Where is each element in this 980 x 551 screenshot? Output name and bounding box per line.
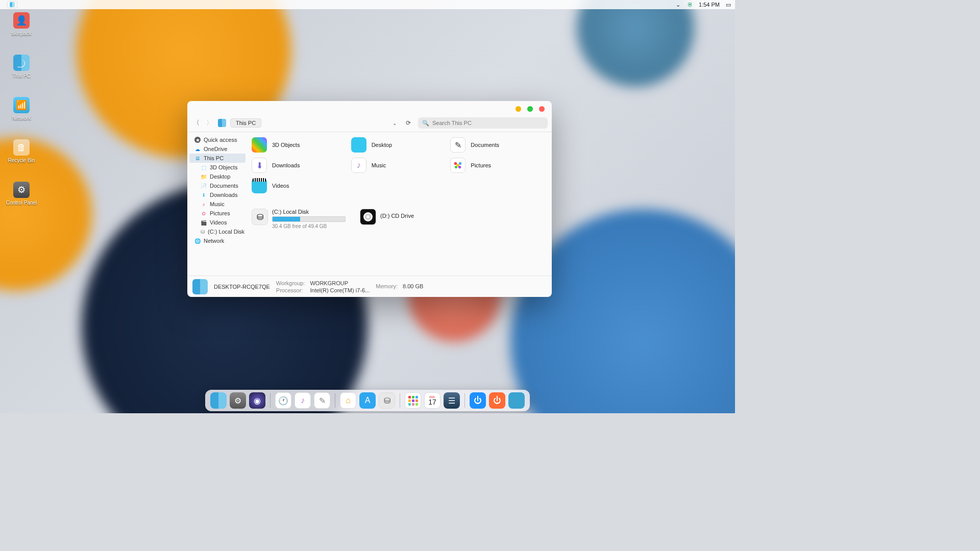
dock-bootcamp[interactable]: ⛁	[379, 392, 395, 409]
svg-point-2	[459, 162, 461, 165]
sidebar-item-3d-objects[interactable]: ⬚3D Objects	[189, 163, 246, 172]
toolbar: 〈 〉 This PC ⌄ ⟳ 🔍	[187, 116, 552, 132]
desktop-folder-icon	[351, 137, 366, 153]
history-dropdown-button[interactable]: ⌄	[390, 120, 399, 126]
finder-icon	[218, 119, 226, 127]
documents-icon: ✎	[450, 137, 465, 153]
video-icon: 🎬	[201, 219, 207, 226]
folder-3d-objects[interactable]: 3D Objects	[252, 137, 349, 153]
tray-shield-icon[interactable]: ⛨	[687, 1, 694, 8]
search-input[interactable]	[432, 120, 544, 126]
cd-drive-icon	[360, 209, 376, 225]
sidebar: ★Quick access ☁OneDrive 🖥This PC ⬚3D Obj…	[187, 132, 248, 276]
sidebar-item-desktop[interactable]: 📁Desktop	[189, 172, 246, 181]
dock-launchpad[interactable]	[405, 392, 421, 409]
folder-desktop[interactable]: Desktop	[351, 137, 449, 153]
music-icon: ♪	[201, 201, 207, 207]
folder-videos[interactable]: Videos	[252, 178, 349, 193]
explorer-window: 〈 〉 This PC ⌄ ⟳ 🔍 ★Quick access ☁OneDriv…	[187, 101, 552, 297]
svg-point-3	[455, 166, 457, 168]
dock-home[interactable]: ⌂	[340, 392, 356, 409]
document-icon: 📄	[201, 183, 207, 189]
minimize-button[interactable]	[516, 106, 521, 112]
status-bar: DESKTOP-RCQE7QE Workgroup:WORKGROUP Proc…	[187, 276, 552, 297]
pictures-icon: ✿	[201, 210, 207, 216]
globe-icon: 🌐	[194, 238, 201, 244]
search-box[interactable]: 🔍	[418, 117, 548, 129]
dock-calendar[interactable]: JUL17	[424, 392, 440, 409]
dock-music[interactable]: ♪	[295, 392, 311, 409]
content-pane: 3D Objects Desktop ✎Documents ⬇Downloads…	[248, 132, 552, 276]
computer-icon	[192, 279, 208, 294]
download-icon: ⬇	[201, 192, 207, 198]
sidebar-item-onedrive[interactable]: ☁OneDrive	[189, 144, 246, 154]
dock-app-store[interactable]: A	[359, 392, 376, 409]
back-button[interactable]: 〈	[191, 118, 201, 128]
dock-clock[interactable]: 🕐	[275, 392, 291, 409]
clock[interactable]: 1:54 PM	[699, 2, 720, 8]
sidebar-item-downloads[interactable]: ⬇Downloads	[189, 190, 246, 199]
search-icon: 🔍	[422, 120, 429, 127]
dock-separator	[335, 393, 335, 408]
forward-button[interactable]: 〉	[205, 118, 214, 128]
folder-documents[interactable]: ✎Documents	[450, 137, 548, 153]
downloads-icon: ⬇	[252, 158, 267, 173]
maximize-button[interactable]	[527, 106, 533, 112]
dock-finder[interactable]	[210, 392, 227, 409]
pictures-folder-icon	[450, 158, 465, 173]
cloud-icon: ☁	[194, 146, 201, 152]
folder-icon: 📁	[201, 173, 207, 180]
music-folder-icon: ♪	[351, 158, 366, 173]
sidebar-item-videos[interactable]: 🎬Videos	[189, 218, 246, 227]
dock-separator	[270, 393, 271, 408]
dock-app-power[interactable]: ⏻	[470, 392, 486, 409]
sidebar-item-documents[interactable]: 📄Documents	[189, 181, 246, 190]
computer-name: DESKTOP-RCQE7QE	[214, 284, 270, 290]
menubar: ⌄ ⛨ 1:54 PM ▭	[0, 0, 735, 9]
dock-app-teal[interactable]	[508, 392, 525, 409]
trash-icon: 🗑	[13, 139, 30, 156]
titlebar[interactable]	[187, 101, 552, 116]
notifications-icon[interactable]: ▭	[725, 1, 732, 8]
dock-notes[interactable]: ✎	[314, 392, 330, 409]
folder-pictures[interactable]: Pictures	[450, 158, 548, 173]
sidebar-item-music[interactable]: ♪Music	[189, 199, 246, 209]
close-button[interactable]	[539, 106, 545, 112]
sidebar-item-pictures[interactable]: ✿Pictures	[189, 209, 246, 218]
svg-point-4	[458, 166, 461, 168]
desktop-icon-this-pc[interactable]: This PC	[1, 55, 42, 79]
gear-icon: ⚙	[13, 182, 30, 198]
dock: ⚙ ◉ 🕐 ♪ ✎ ⌂ A ⛁ JUL17 ☰ ⏻ ⏻	[205, 390, 530, 411]
pc-icon: 🖥	[194, 155, 201, 161]
breadcrumb[interactable]: This PC	[230, 118, 261, 128]
dock-settings[interactable]: ⚙	[230, 392, 246, 409]
desktop-icon-recycle-bin[interactable]: 🗑 Recycle Bin	[1, 139, 42, 163]
chevron-down-icon[interactable]: ⌄	[674, 1, 681, 8]
desktop-icon-network[interactable]: 📶 Network	[1, 97, 42, 121]
folder-music[interactable]: ♪Music	[351, 158, 449, 173]
sidebar-item-quick-access[interactable]: ★Quick access	[189, 135, 246, 144]
dock-separator	[400, 393, 400, 408]
sidebar-item-local-disk[interactable]: ⛁(C:) Local Disk	[189, 227, 246, 236]
svg-point-1	[454, 162, 457, 165]
dock-app-orange[interactable]: ⏻	[489, 392, 505, 409]
dock-siri[interactable]: ◉	[249, 392, 265, 409]
dock-mission-control[interactable]: ☰	[444, 392, 460, 409]
sidebar-item-network[interactable]: 🌐Network	[189, 236, 246, 245]
drive-c[interactable]: ⛁ (C:) Local Disk 30.4 GB free of 49.4 G…	[252, 209, 346, 229]
refresh-button[interactable]: ⟳	[403, 119, 414, 127]
drive-d[interactable]: (D:) CD Drive	[360, 209, 414, 229]
desktop-icon-control-panel[interactable]: ⚙ Control Panel	[1, 182, 42, 206]
sidebar-item-this-pc[interactable]: 🖥This PC	[189, 154, 246, 163]
desktop-icons: 👤 skinpack This PC 📶 Network 🗑 Recycle B…	[1, 12, 42, 224]
taskbar-finder-tab[interactable]	[7, 1, 17, 8]
folder-downloads[interactable]: ⬇Downloads	[252, 158, 349, 173]
cube-icon: ⬚	[201, 164, 207, 170]
user-icon: 👤	[13, 12, 30, 29]
desktop-icon-skinpack[interactable]: 👤 skinpack	[1, 12, 42, 36]
finder-icon	[13, 55, 30, 71]
star-icon: ★	[194, 137, 201, 143]
drive-capacity-bar	[272, 216, 346, 222]
hard-disk-icon: ⛁	[252, 209, 268, 225]
3d-objects-icon	[252, 137, 267, 153]
